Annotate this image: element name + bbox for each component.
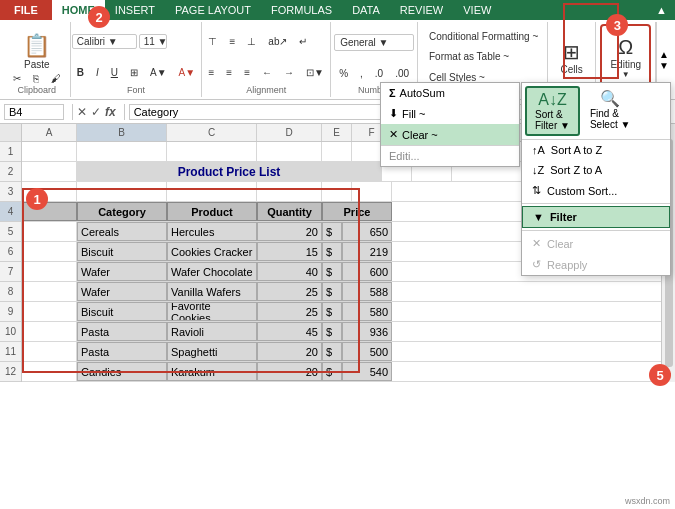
cut-button[interactable]: ✂ — [8, 71, 26, 86]
font-size-select[interactable]: 11 ▼ — [139, 34, 167, 49]
col-header-b[interactable]: B — [77, 124, 167, 141]
clear-item[interactable]: ✕ Clear ~ — [381, 124, 519, 145]
cell-d9[interactable]: 25 — [257, 302, 322, 321]
insert-function-icon[interactable]: fx — [105, 105, 116, 119]
cell-a1[interactable] — [22, 142, 77, 161]
cell-title[interactable]: Product Price List — [77, 162, 382, 181]
fill-item[interactable]: ⬇ Fill ~ — [381, 103, 519, 124]
cell-c7[interactable]: Wafer Chocolate — [167, 262, 257, 281]
clear-filter-item[interactable]: ✕ Clear — [522, 233, 670, 254]
border-button[interactable]: ⊞ — [125, 65, 143, 80]
formulas-tab[interactable]: FORMULAS — [261, 0, 342, 20]
view-tab[interactable]: VIEW — [453, 0, 501, 20]
align-top-button[interactable]: ⊤ — [203, 34, 222, 49]
col-header-e[interactable]: E — [322, 124, 352, 141]
increase-indent-button[interactable]: → — [279, 65, 299, 80]
percent-button[interactable]: % — [334, 66, 353, 81]
font-family-select[interactable]: Calibri ▼ — [72, 34, 137, 49]
cell-e12-dollar[interactable]: $ — [322, 362, 342, 381]
cell-e4-price[interactable]: Price — [322, 202, 392, 221]
ribbon-collapse[interactable]: ▲ — [648, 0, 675, 20]
cell-e7-dollar[interactable]: $ — [322, 262, 342, 281]
cell-e11-dollar[interactable]: $ — [322, 342, 342, 361]
cell-c6[interactable]: Cookies Cracker — [167, 242, 257, 261]
italic-button[interactable]: I — [91, 65, 104, 80]
cell-a9[interactable] — [22, 302, 77, 321]
cell-b8[interactable]: Wafer — [77, 282, 167, 301]
cell-b11[interactable]: Pasta — [77, 342, 167, 361]
cell-e10-dollar[interactable]: $ — [322, 322, 342, 341]
format-as-table-button[interactable]: Format as Table ~ — [424, 49, 541, 64]
cell-a5[interactable] — [22, 222, 77, 241]
cell-c8[interactable]: Vanilla Wafers — [167, 282, 257, 301]
cell-f8[interactable]: 588 — [342, 282, 392, 301]
custom-sort-item[interactable]: ⇅ Custom Sort... — [522, 180, 670, 201]
cell-f5[interactable]: 650 — [342, 222, 392, 241]
cell-b5[interactable]: Cereals — [77, 222, 167, 241]
data-tab[interactable]: DATA — [342, 0, 390, 20]
cell-a10[interactable] — [22, 322, 77, 341]
cell-e5-dollar[interactable]: $ — [322, 222, 342, 241]
cell-c1[interactable] — [167, 142, 257, 161]
align-bottom-button[interactable]: ⊥ — [242, 34, 261, 49]
cell-b6[interactable]: Biscuit — [77, 242, 167, 261]
cell-d8[interactable]: 25 — [257, 282, 322, 301]
decrease-indent-button[interactable]: ← — [257, 65, 277, 80]
cell-d1[interactable] — [257, 142, 322, 161]
cell-d7[interactable]: 40 — [257, 262, 322, 281]
cells-button[interactable]: ⊞ Cells — [553, 24, 591, 90]
confirm-icon[interactable]: ✓ — [91, 105, 101, 119]
decrease-decimal-button[interactable]: .0 — [370, 66, 388, 81]
cell-reference-box[interactable]: B4 — [4, 104, 64, 120]
comma-button[interactable]: , — [355, 66, 368, 81]
cell-e1[interactable] — [322, 142, 352, 161]
wrap-text-button[interactable]: ↵ — [294, 34, 312, 49]
cell-d3[interactable] — [257, 182, 322, 201]
sort-a-to-z-item[interactable]: ↑A Sort A to Z — [522, 140, 670, 160]
cell-b12[interactable]: Candies — [77, 362, 167, 381]
cell-f9[interactable]: 580 — [342, 302, 392, 321]
col-header-a[interactable]: A — [22, 124, 77, 141]
cell-f7[interactable]: 600 — [342, 262, 392, 281]
find-select-button[interactable]: 🔍 Find &Select ▼ — [582, 86, 638, 136]
increase-decimal-button[interactable]: .00 — [390, 66, 414, 81]
cell-f12[interactable]: 540 — [342, 362, 392, 381]
cell-a7[interactable] — [22, 262, 77, 281]
sort-z-to-a-item[interactable]: ↓Z Sort Z to A — [522, 160, 670, 180]
sort-filter-button[interactable]: A↓Z Sort &Filter ▼ — [525, 86, 580, 136]
cell-b4-category[interactable]: Category — [77, 202, 167, 221]
cell-c4-product[interactable]: Product — [167, 202, 257, 221]
align-right-button[interactable]: ≡ — [239, 65, 255, 80]
cell-e3[interactable] — [322, 182, 352, 201]
cell-b1[interactable] — [77, 142, 167, 161]
bold-button[interactable]: B — [72, 65, 89, 80]
align-middle-button[interactable]: ≡ — [224, 34, 240, 49]
copy-button[interactable]: ⎘ — [28, 71, 44, 86]
cell-c3[interactable] — [167, 182, 257, 201]
cell-f11[interactable]: 500 — [342, 342, 392, 361]
review-tab[interactable]: REVIEW — [390, 0, 453, 20]
col-header-c[interactable]: C — [167, 124, 257, 141]
align-left-button[interactable]: ≡ — [203, 65, 219, 80]
cell-f10[interactable]: 936 — [342, 322, 392, 341]
align-center-button[interactable]: ≡ — [221, 65, 237, 80]
cell-b10[interactable]: Pasta — [77, 322, 167, 341]
conditional-formatting-button[interactable]: Conditional Formatting ~ — [424, 29, 541, 44]
cell-e6-dollar[interactable]: $ — [322, 242, 342, 261]
format-painter-button[interactable]: 🖌 — [46, 71, 66, 86]
filter-item[interactable]: ▼ Filter — [522, 206, 670, 228]
merge-button[interactable]: ⊡▼ — [301, 65, 329, 80]
page-layout-tab[interactable]: PAGE LAYOUT — [165, 0, 261, 20]
underline-button[interactable]: U — [106, 65, 123, 80]
cell-c5[interactable]: Hercules — [167, 222, 257, 241]
cell-d5[interactable]: 20 — [257, 222, 322, 241]
cell-b3[interactable] — [77, 182, 167, 201]
number-format-select[interactable]: General ▼ — [334, 34, 414, 51]
cell-a8[interactable] — [22, 282, 77, 301]
cell-f3[interactable] — [352, 182, 392, 201]
cell-c10[interactable]: Ravioli — [167, 322, 257, 341]
cell-a12[interactable] — [22, 362, 77, 381]
font-color-button[interactable]: A▼ — [174, 65, 201, 80]
paste-button[interactable]: 📋 Paste — [17, 33, 56, 69]
cell-d10[interactable]: 45 — [257, 322, 322, 341]
